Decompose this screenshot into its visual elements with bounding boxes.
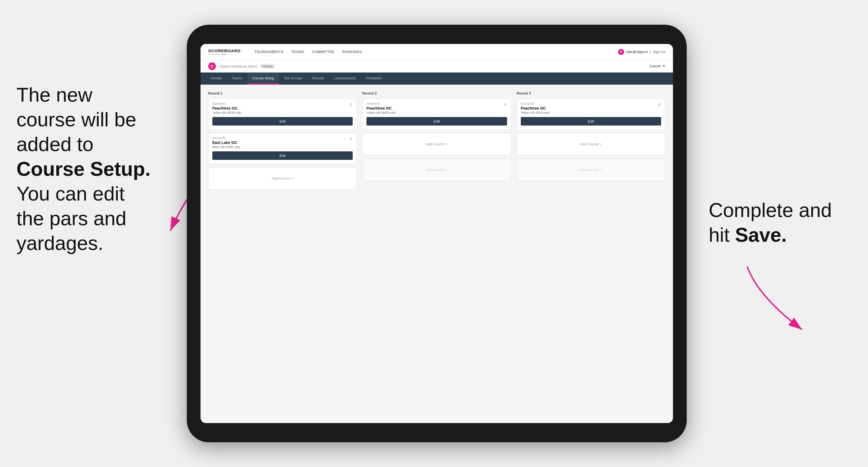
rounds-grid: Round 1 ⊘ (Course A) Peachtree GC Yellow… xyxy=(208,91,665,193)
round1-add-course-button[interactable]: Add Course + xyxy=(208,167,357,190)
round2-add-course-disabled-text: Add Course + xyxy=(426,167,448,172)
round1-course-a-details: Yellow (M) (6629 yds) xyxy=(212,111,353,114)
round1-course-b-tag: (Course B) xyxy=(212,136,353,139)
round2-add-course-disabled: Add Course + xyxy=(362,158,511,181)
tab-printables[interactable]: Printables xyxy=(361,72,387,85)
round2-add-course-button[interactable]: Add Course + xyxy=(362,133,511,155)
hosting-badge: Hosting xyxy=(260,64,275,68)
main-content: Round 1 ⊘ (Course A) Peachtree GC Yellow… xyxy=(200,85,673,423)
logo-scoreboard: SCOREBOARD xyxy=(208,48,241,53)
round1-course-b-remove-icon[interactable]: ⊘ xyxy=(348,136,354,142)
round3-add-course-disabled: Add Course + xyxy=(517,158,665,181)
nav-right: B blair@clippd.io | Sign out xyxy=(618,49,665,55)
round2-add-course-text: Add Course + xyxy=(426,142,448,146)
round1-course-a-name: Peachtree GC xyxy=(212,106,353,111)
round1-course-a-remove-icon[interactable]: ⊘ xyxy=(348,102,354,107)
round-3-column: Round 3 ⊘ (Course A) Peachtree GC Yellow… xyxy=(517,91,665,193)
separator: | xyxy=(650,50,651,54)
clippd-logo: C xyxy=(208,62,216,70)
nav-tournaments[interactable]: TOURNAMENTS xyxy=(254,49,283,55)
tab-tee-groups[interactable]: Tee Groups xyxy=(279,72,307,85)
round-1-column: Round 1 ⊘ (Course A) Peachtree GC Yellow… xyxy=(208,91,357,193)
round2-course-a-tag: (Course A) xyxy=(366,102,507,105)
round2-course-a-details: Yellow (M) (6629 yds) xyxy=(366,111,507,114)
round-2-label: Round 2 xyxy=(362,91,511,95)
close-icon: ✕ xyxy=(662,64,665,68)
round3-course-a-name: Peachtree GC xyxy=(521,106,661,111)
round1-course-b-name: East Lake GC xyxy=(212,141,353,145)
round3-course-a-tag: (Course A) xyxy=(521,102,661,105)
cancel-button[interactable]: Cancel ✕ xyxy=(650,64,665,68)
round3-course-a-edit-button[interactable]: Edit xyxy=(521,117,661,126)
round3-course-a-remove-icon[interactable]: ⊘ xyxy=(657,102,662,107)
nav-teams[interactable]: TEAMS xyxy=(291,49,304,55)
round-1-label: Round 1 xyxy=(208,91,357,95)
round3-course-a-card: ⊘ (Course A) Peachtree GC Yellow (M) (66… xyxy=(517,99,665,130)
tab-teams[interactable]: Teams xyxy=(227,72,247,85)
round1-course-b-edit-button[interactable]: Edit xyxy=(212,151,353,160)
round2-course-a-card: ⊘ (Course A) Peachtree GC Yellow (M) (66… xyxy=(362,99,511,130)
round1-course-b-details: Black (M) (6891 yds) xyxy=(212,145,353,149)
user-avatar: B xyxy=(618,49,624,55)
round2-course-a-name: Peachtree GC xyxy=(366,106,507,111)
round1-course-a-card: ⊘ (Course A) Peachtree GC Yellow (M) (66… xyxy=(208,99,357,130)
tournament-bar: C Clippd Invitational (Men) Hosting Canc… xyxy=(200,60,673,72)
round3-add-course-text: Add Course + xyxy=(580,142,602,146)
tab-bar: Details Teams Course Setup Tee Groups Re… xyxy=(200,72,673,85)
logo-sub: Powered by clippd xyxy=(208,53,241,56)
round3-course-a-details: Yellow (M) (6629 yds) xyxy=(521,111,661,114)
tab-course-setup[interactable]: Course Setup xyxy=(247,72,279,85)
nav-items: TOURNAMENTS TEAMS COMMITTEE RANKINGS xyxy=(254,49,607,55)
round1-course-a-tag: (Course A) xyxy=(212,102,353,105)
nav-rankings[interactable]: RANKINGS xyxy=(342,49,362,55)
round1-add-course-text: Add Course + xyxy=(272,176,293,181)
round2-course-a-remove-icon[interactable]: ⊘ xyxy=(503,102,508,107)
sign-out-link[interactable]: Sign out xyxy=(653,50,665,54)
tablet-frame: SCOREBOARD Powered by clippd TOURNAMENTS… xyxy=(187,25,687,442)
annotation-right: Complete and hit Save. xyxy=(709,198,846,247)
round1-course-b-card: ⊘ (Course B) East Lake GC Black (M) (689… xyxy=(208,133,357,164)
round-2-column: Round 2 ⊘ (Course A) Peachtree GC Yellow… xyxy=(362,91,511,193)
arrow-right-icon xyxy=(736,264,824,341)
tab-leaderboards[interactable]: Leaderboards xyxy=(329,72,361,85)
tournament-name: Clippd Invitational (Men) xyxy=(219,64,257,68)
round2-course-a-edit-button[interactable]: Edit xyxy=(366,117,507,126)
round1-course-a-edit-button[interactable]: Edit xyxy=(212,117,353,126)
round3-add-course-disabled-text: Add Course + xyxy=(580,167,602,172)
top-nav: SCOREBOARD Powered by clippd TOURNAMENTS… xyxy=(200,44,673,60)
logo-area: SCOREBOARD Powered by clippd xyxy=(208,48,241,56)
tablet-screen: SCOREBOARD Powered by clippd TOURNAMENTS… xyxy=(200,44,673,423)
tab-results[interactable]: Results xyxy=(307,72,329,85)
round-3-label: Round 3 xyxy=(517,91,665,95)
nav-committee[interactable]: COMMITTEE xyxy=(312,49,335,55)
round3-add-course-button[interactable]: Add Course + xyxy=(517,133,665,155)
tournament-info: C Clippd Invitational (Men) Hosting xyxy=(208,62,275,70)
tab-details[interactable]: Details xyxy=(206,72,227,85)
user-email: blair@clippd.io xyxy=(626,50,648,54)
